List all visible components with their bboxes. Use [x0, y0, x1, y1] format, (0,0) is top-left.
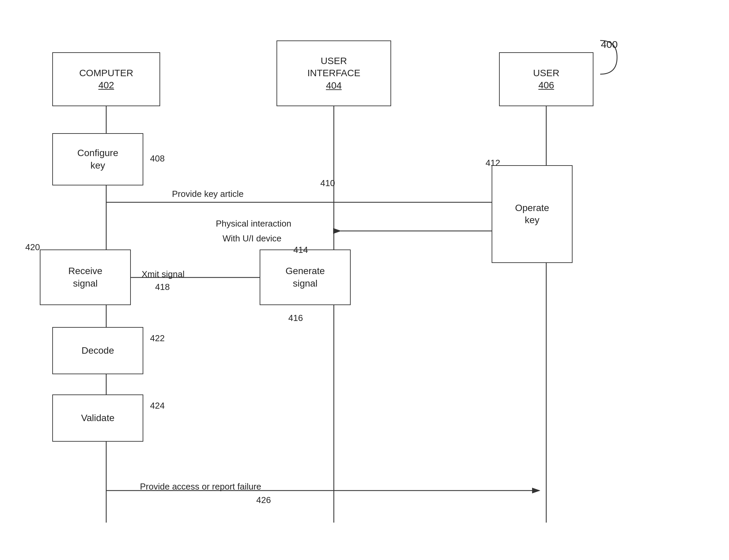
validate-label: Validate — [81, 412, 114, 424]
receive-signal-label2: signal — [73, 277, 97, 290]
label-provide-access: Provide access or report failure — [140, 481, 261, 492]
decode-label: Decode — [82, 345, 114, 357]
computer-label: COMPUTER — [79, 67, 133, 79]
receive-signal-box: Receive signal — [40, 249, 131, 305]
operate-key-label2: key — [525, 214, 540, 226]
label-416: 416 — [288, 313, 303, 323]
computer-number: 402 — [98, 79, 114, 91]
label-418: 418 — [155, 282, 170, 292]
label-physical: Physical interaction — [216, 218, 291, 229]
validate-box: Validate — [52, 394, 143, 442]
user-label: USER — [533, 67, 559, 79]
label-408: 408 — [150, 153, 165, 164]
decode-box: Decode — [52, 327, 143, 374]
configure-key-label: Configure — [77, 147, 118, 159]
operate-key-label: Operate — [515, 202, 549, 214]
configure-key-label2: key — [90, 159, 105, 172]
figure-number: 400 — [601, 39, 618, 50]
label-424: 424 — [150, 401, 165, 411]
user-number: 406 — [538, 79, 554, 91]
label-412: 412 — [486, 158, 500, 168]
label-xmit: Xmit signal — [142, 269, 184, 279]
label-410: 410 — [320, 178, 335, 188]
label-422: 422 — [150, 333, 165, 344]
generate-signal-box: Generate signal — [260, 249, 351, 305]
ui-label2: INTERFACE — [307, 67, 360, 79]
label-uid: With U/I device — [223, 233, 282, 244]
configure-key-box: Configure key — [52, 133, 143, 185]
generate-signal-label: Generate — [286, 265, 325, 277]
user-box: USER 406 — [499, 52, 593, 106]
generate-signal-label2: signal — [293, 277, 317, 290]
label-provide-key: Provide key article — [172, 189, 243, 199]
receive-signal-label: Receive — [68, 265, 102, 277]
operate-key-box: Operate key — [492, 165, 573, 263]
diagram-container: COMPUTER 402 USER INTERFACE 404 USER 406… — [0, 0, 729, 560]
computer-box: COMPUTER 402 — [52, 52, 160, 106]
ui-number: 404 — [326, 80, 342, 92]
ui-label1: USER — [321, 55, 347, 67]
label-426: 426 — [256, 495, 271, 505]
label-414: 414 — [293, 245, 308, 255]
user-interface-box: USER INTERFACE 404 — [276, 40, 391, 106]
label-420: 420 — [25, 242, 40, 253]
